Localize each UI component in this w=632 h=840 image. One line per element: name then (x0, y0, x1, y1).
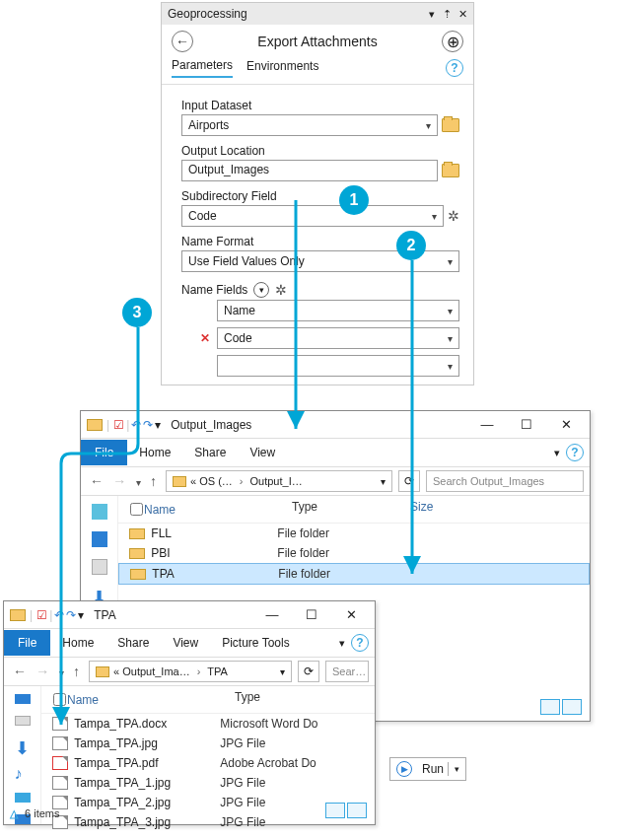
details-view-icon[interactable] (325, 803, 345, 818)
chevron-down-icon[interactable]: ▾ (280, 666, 285, 677)
forward-icon[interactable]: → (35, 664, 49, 679)
ribbon-home[interactable]: Home (50, 630, 105, 656)
open-another-icon[interactable]: ⊕ (442, 31, 463, 52)
dock-icon[interactable]: ▾ (429, 8, 435, 20)
browse-folder-icon[interactable] (442, 118, 459, 132)
name-field-row[interactable]: Code ▾ (217, 327, 459, 349)
pictures-icon[interactable] (15, 793, 31, 803)
search-input[interactable]: Search Output_Images (426, 470, 584, 492)
help-icon[interactable]: ? (351, 634, 369, 652)
music-icon[interactable]: ♪ (15, 765, 31, 781)
browse-folder-icon[interactable] (442, 164, 459, 177)
up-icon[interactable]: ↑ (73, 664, 80, 679)
check-icon[interactable]: ☑ (113, 418, 124, 432)
maximize-icon[interactable]: ☐ (509, 417, 544, 432)
undo-icon[interactable]: ↶ (54, 608, 64, 622)
desktop-icon[interactable] (15, 694, 31, 704)
list-item[interactable]: PBI File folder (118, 543, 590, 563)
expand-icon[interactable]: ▾ (253, 282, 269, 298)
close-icon[interactable]: ✕ (458, 8, 467, 20)
play-icon: ▶ (396, 761, 412, 777)
refresh-icon[interactable]: ⟳ (298, 661, 319, 682)
documents-icon[interactable] (92, 559, 107, 575)
ribbon-home[interactable]: Home (127, 440, 182, 465)
ribbon-share[interactable]: Share (182, 440, 238, 465)
help-icon[interactable]: ? (566, 444, 584, 461)
folder-icon (130, 569, 146, 580)
ribbon-chevron-icon[interactable]: ▾ (554, 447, 560, 459)
list-item[interactable]: FLL File folder (118, 524, 590, 543)
back-button[interactable]: ← (172, 31, 193, 52)
tab-parameters[interactable]: Parameters (172, 58, 233, 78)
qa-chevron-icon[interactable]: ▾ (155, 418, 161, 432)
ribbon-view[interactable]: View (161, 630, 210, 656)
up-icon[interactable]: ↑ (150, 473, 157, 489)
redo-icon[interactable]: ↷ (66, 608, 76, 622)
list-item[interactable]: Tampa_TPA.jpgJPG File (41, 734, 375, 753)
list-item[interactable]: TPA File folder (118, 563, 590, 585)
tool-tabs: Parameters Environments ? (162, 58, 473, 84)
run-button[interactable]: ▶ Run ▾ (389, 757, 466, 781)
breadcrumb[interactable]: « OS (… Output_I… ▾ (166, 470, 392, 492)
col-type[interactable]: Type (235, 690, 260, 709)
documents-icon[interactable] (15, 716, 31, 727)
downloads-icon[interactable]: ⬇ (15, 737, 31, 753)
select-all-checkbox[interactable] (130, 503, 143, 516)
name-fields-label: Name Fields (181, 283, 247, 297)
close-icon[interactable]: ✕ (548, 417, 584, 432)
ribbon-share[interactable]: Share (105, 630, 161, 656)
qa-chevron-icon[interactable]: ▾ (78, 608, 84, 622)
desktop-icon[interactable] (92, 531, 107, 547)
gear-icon[interactable]: ✲ (275, 282, 287, 298)
ribbon-picture-tools[interactable]: Picture Tools (210, 630, 301, 656)
refresh-icon[interactable]: ⟳ (398, 470, 420, 492)
minimize-icon[interactable]: — (254, 607, 290, 622)
col-name[interactable]: Name (144, 500, 292, 519)
details-view-icon[interactable] (540, 699, 560, 715)
window-title: Output_Images (171, 418, 251, 432)
output-location-field[interactable]: Output_Images (181, 160, 438, 181)
quick-access: ☑ | ↶ ↷ ▾ (113, 418, 161, 432)
ribbon-file[interactable]: File (4, 630, 50, 656)
large-icons-view-icon[interactable] (562, 699, 582, 715)
remove-row-icon[interactable]: ✕ (199, 331, 211, 345)
chevron-down-icon[interactable]: ▾ (449, 764, 465, 774)
chevron-down-icon[interactable]: ▾ (381, 476, 386, 487)
item-type: JPG File (220, 776, 265, 790)
breadcrumb[interactable]: « Output_Ima… TPA ▾ (89, 661, 292, 682)
large-icons-view-icon[interactable] (347, 803, 367, 818)
item-name: TPA (152, 567, 174, 581)
back-icon[interactable]: ← (90, 473, 104, 489)
3d-objects-icon[interactable] (92, 504, 107, 520)
ribbon-view[interactable]: View (238, 440, 287, 465)
col-name[interactable]: Name (67, 690, 235, 709)
select-all-checkbox[interactable] (53, 693, 66, 706)
ribbon-file[interactable]: File (81, 440, 127, 465)
check-icon[interactable]: ☑ (36, 608, 47, 622)
maximize-icon[interactable]: ☐ (294, 607, 329, 622)
recent-chevron-icon[interactable]: ▾ (59, 667, 64, 678)
search-input[interactable]: Sear… (325, 661, 369, 682)
name-field-row-empty[interactable]: ▾ (217, 355, 459, 377)
back-icon[interactable]: ← (13, 664, 27, 679)
pin-icon[interactable]: ⇡ (443, 8, 452, 20)
subdir-field-input[interactable]: Code ▾ (181, 205, 444, 227)
list-item[interactable]: Tampa_TPA_1.jpgJPG File (41, 773, 375, 793)
gear-icon[interactable]: ✲ (448, 208, 459, 224)
undo-icon[interactable]: ↶ (131, 418, 141, 432)
help-icon[interactable]: ? (446, 59, 463, 77)
input-dataset-field[interactable]: Airports ▾ (181, 114, 438, 136)
tab-environments[interactable]: Environments (246, 59, 318, 77)
list-item[interactable]: Tampa_TPA.docxMicrosoft Word Do (41, 714, 375, 734)
forward-icon[interactable]: → (112, 473, 126, 489)
minimize-icon[interactable]: — (469, 417, 505, 432)
col-size[interactable]: Size (410, 500, 433, 519)
name-field-row[interactable]: Name ▾ (217, 300, 459, 321)
col-type[interactable]: Type (292, 500, 410, 519)
list-item[interactable]: Tampa_TPA.pdfAdobe Acrobat Do (41, 753, 375, 773)
close-icon[interactable]: ✕ (333, 607, 369, 622)
chevron-down-icon: ▾ (448, 333, 453, 344)
recent-chevron-icon[interactable]: ▾ (136, 477, 141, 488)
redo-icon[interactable]: ↷ (143, 418, 153, 432)
ribbon-chevron-icon[interactable]: ▾ (339, 637, 345, 650)
